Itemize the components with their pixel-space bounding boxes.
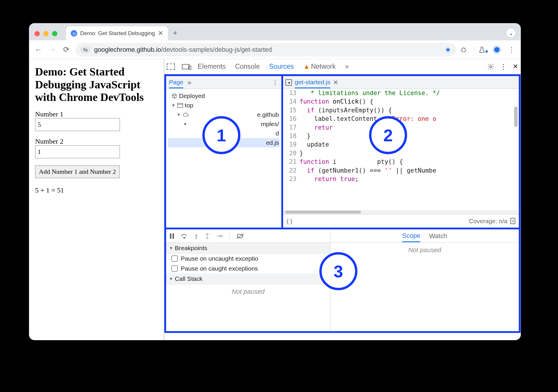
show-drawer-icon[interactable]: ≡ [510,218,515,224]
result-text: 5 + 1 = 51 [35,186,158,194]
experiments-icon[interactable] [478,46,488,53]
browser-window: ◎ Demo: Get Started Debugging ✕ + ⌄ ← → … [29,23,521,340]
svg-point-4 [490,66,492,68]
device-toolbar-icon[interactable] [182,64,190,69]
address-toolbar: ← → ⟳ googlechrome.github.io/devtools-sa… [29,40,521,59]
callstack-not-paused: Not paused [166,284,330,299]
extensions-icon[interactable] [460,46,470,53]
cube-icon [171,93,177,99]
browser-tab[interactable]: ◎ Demo: Get Started Debugging ✕ [66,26,168,40]
warning-icon: ▲ [303,63,310,71]
editor-filename[interactable]: get-started.js [295,79,330,88]
url-path: /devtools-samples/debug-js/get-started [161,46,272,53]
navigator-kebab-icon[interactable]: ⋮ [272,79,278,86]
disclosure-triangle-icon: ▼ [171,103,175,108]
editor-footer: { } Coverage: n/a ≡ [283,214,519,228]
reload-button[interactable]: ⟳ [61,45,71,54]
number2-input[interactable] [35,145,120,158]
maximize-window-button[interactable] [52,31,57,36]
svg-point-9 [184,237,185,238]
editor-header: ◂ get-started.js ✕ [283,76,519,89]
breakpoints-header[interactable]: ▼Breakpoints [166,243,330,254]
checkbox-icon[interactable] [171,255,178,262]
svg-point-0 [84,48,85,49]
minimize-window-button[interactable] [43,31,49,36]
disclosure-triangle-icon: ▼ [177,112,181,117]
number2-label: Number 2 [35,137,158,145]
close-tab-icon[interactable]: ✕ [158,30,163,37]
annotation-2: 2 [369,116,407,154]
step-into-icon[interactable] [194,233,199,239]
callstack-header[interactable]: ▼Call Stack [166,274,330,284]
step-out-icon[interactable] [205,233,210,239]
add-button[interactable]: Add Number 1 and Number 2 [35,165,120,178]
svg-rect-5 [178,103,183,107]
svg-rect-8 [173,233,174,239]
close-window-button[interactable] [35,31,40,36]
vertical-scrollbar[interactable] [514,89,518,211]
inspect-element-icon[interactable] [167,63,175,70]
annotation-3: 3 [319,252,357,290]
disclosure-triangle-icon: ▼ [183,122,187,126]
profile-button[interactable] [492,45,502,54]
number1-input[interactable] [35,118,120,131]
forward-button[interactable]: → [47,45,57,54]
checkbox-icon[interactable] [171,265,178,272]
tab-search-button[interactable]: ⌄ [507,29,515,37]
devtools-close-icon[interactable]: ✕ [513,63,518,71]
url-host: googlechrome.github.io [94,46,161,53]
more-tabs-icon[interactable]: » [344,63,350,71]
close-file-icon[interactable]: ✕ [333,79,338,86]
pause-caught-row[interactable]: Pause on caught exceptions [166,264,330,274]
scope-tab[interactable]: Scope [402,232,420,242]
site-info-button[interactable] [80,46,91,53]
omnibox[interactable]: googlechrome.github.io/devtools-samples/… [75,43,456,56]
svg-rect-7 [170,233,171,239]
tab-elements[interactable]: Elements [197,63,227,71]
demo-page: Demo: Get Started Debugging JavaScript w… [29,59,164,340]
step-over-icon[interactable] [181,233,188,239]
tab-strip: ◎ Demo: Get Started Debugging ✕ + ⌄ [29,23,521,40]
window-controls [33,31,60,40]
pretty-print-icon[interactable]: { } [287,218,292,225]
tab-sources[interactable]: Sources [268,63,295,71]
tab-console[interactable]: Console [234,63,261,71]
code-editor[interactable]: 13 * limitations under the License. */14… [283,89,519,210]
horizontal-scrollbar[interactable] [283,210,519,214]
navigator-header: Page » ⋮ [166,76,281,89]
debugger-controls: | [166,229,330,243]
back-button[interactable]: ← [33,45,43,54]
devtools-kebab-icon[interactable]: ⋮ [500,63,507,71]
tab-title: Demo: Get Started Debugging [80,30,155,37]
annotation-1: 1 [202,116,240,154]
favicon-icon: ◎ [71,30,77,37]
tab-network[interactable]: ▲Network [302,63,337,71]
svg-point-13 [207,238,208,239]
debugger-left: | ▼Breakpoints Pause on uncaught excepti… [166,229,330,331]
deactivate-breakpoints-icon[interactable] [236,233,244,239]
navigator-more-icon[interactable]: » [187,78,191,87]
tree-deployed[interactable]: Deployed [168,91,280,101]
cloud-icon [182,112,189,117]
tree-top[interactable]: ▼ top [168,101,280,110]
number1-label: Number 1 [35,110,158,118]
pause-uncaught-row[interactable]: Pause on uncaught exceptio [166,254,330,264]
collapse-navigator-icon[interactable]: ◂ [285,79,292,86]
scope-watch-tabs: Scope Watch [330,229,519,243]
editor-pane: ◂ get-started.js ✕ 13 * limitations unde… [283,74,521,229]
scope-not-paused: Not paused [330,243,519,257]
coverage-label: Coverage: n/a [469,218,507,225]
settings-gear-icon[interactable] [487,63,494,70]
new-tab-button[interactable]: + [168,28,178,40]
bookmark-star-icon[interactable]: ★ [445,46,451,54]
devtools-panel: Elements Console Sources ▲Network » ⋮ ✕ … [164,59,521,340]
content-area: Demo: Get Started Debugging JavaScript w… [29,59,521,340]
debugger-right: Scope Watch Not paused [330,229,519,331]
watch-tab[interactable]: Watch [429,232,447,240]
navigator-page-tab[interactable]: Page [169,79,183,88]
frame-icon [177,103,183,108]
devtools-tabbar: Elements Console Sources ▲Network » ⋮ ✕ [164,59,521,74]
chrome-menu-icon[interactable]: ⋮ [507,46,516,54]
step-icon[interactable] [216,234,223,238]
pause-icon[interactable] [169,233,175,239]
